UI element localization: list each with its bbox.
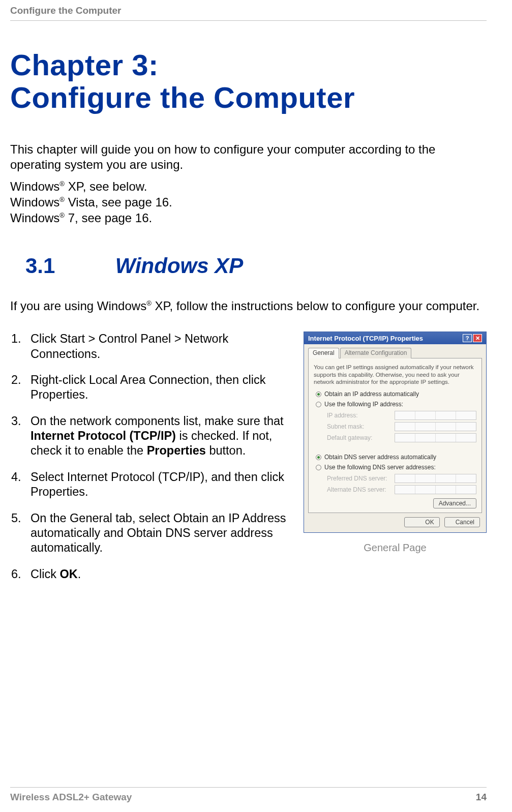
footer-page-number: 14 bbox=[476, 792, 487, 803]
os-line-7: Windows® 7, see page 16. bbox=[10, 210, 487, 226]
dialog-description: You can get IP settings assigned automat… bbox=[314, 364, 476, 385]
alt-dns-input[interactable] bbox=[395, 485, 476, 494]
os-line-vista: Windows® Vista, see page 16. bbox=[10, 194, 487, 210]
reg-mark: ® bbox=[59, 212, 65, 219]
section-heading: 3.1 Windows XP bbox=[25, 254, 487, 278]
tab-general-body: You can get IP settings assigned automat… bbox=[308, 358, 482, 513]
figure-caption: General Page bbox=[304, 542, 487, 554]
dialog-title-text: Internet Protocol (TCP/IP) Properties bbox=[308, 335, 423, 342]
close-icon[interactable]: ✕ bbox=[473, 334, 482, 342]
field-pref-dns: Preferred DNS server: bbox=[327, 474, 476, 483]
figure: Internet Protocol (TCP/IP) Properties ? … bbox=[304, 332, 487, 554]
radio-use-dns[interactable]: Use the following DNS server addresses: bbox=[316, 464, 476, 471]
advanced-button[interactable]: Advanced... bbox=[433, 498, 476, 508]
dialog-titlebar: Internet Protocol (TCP/IP) Properties ? … bbox=[304, 332, 486, 344]
pref-dns-input[interactable] bbox=[395, 474, 476, 483]
tcpip-dialog: Internet Protocol (TCP/IP) Properties ? … bbox=[304, 332, 487, 533]
subnet-input[interactable] bbox=[395, 422, 476, 431]
chapter-intro: This chapter will guide you on how to co… bbox=[10, 142, 487, 172]
field-subnet: Subnet mask: bbox=[327, 422, 476, 431]
os-line-xp: Windows® XP, see below. bbox=[10, 178, 487, 194]
step-2: Right-click Local Area Connection, then … bbox=[10, 373, 291, 403]
tab-alternate[interactable]: Alternate Configuration bbox=[340, 348, 412, 358]
step-5: On the General tab, select Obtain an IP … bbox=[10, 511, 291, 556]
gateway-input[interactable] bbox=[395, 433, 476, 442]
radio-icon bbox=[316, 455, 321, 460]
chapter-title-line1: Chapter 3: bbox=[10, 48, 159, 81]
field-gateway: Default gateway: bbox=[327, 433, 476, 442]
running-header: Configure the Computer bbox=[10, 5, 487, 21]
step-6: Click OK. bbox=[10, 567, 291, 582]
field-alt-dns: Alternate DNS server: bbox=[327, 485, 476, 494]
radio-icon bbox=[316, 465, 321, 470]
page-footer: Wireless ADSL2+ Gateway 14 bbox=[10, 787, 487, 803]
chapter-title-line2: Configure the Computer bbox=[10, 81, 355, 114]
step-1: Click Start > Control Panel > Network Co… bbox=[10, 332, 291, 362]
section-intro: If you are using Windows® XP, follow the… bbox=[10, 298, 487, 314]
radio-obtain-ip-auto[interactable]: Obtain an IP address automatically bbox=[316, 390, 476, 398]
help-icon[interactable]: ? bbox=[463, 334, 472, 342]
section-title: Windows XP bbox=[115, 254, 244, 278]
tab-general[interactable]: General bbox=[308, 348, 339, 358]
footer-product: Wireless ADSL2+ Gateway bbox=[10, 792, 132, 803]
field-ip-address: IP address: bbox=[327, 411, 476, 420]
section-number: 3.1 bbox=[25, 254, 112, 278]
radio-obtain-dns-auto[interactable]: Obtain DNS server address automatically bbox=[316, 454, 476, 461]
reg-mark: ® bbox=[59, 180, 65, 188]
ok-button[interactable]: OK bbox=[404, 517, 440, 527]
dialog-tabs: General Alternate Configuration bbox=[304, 344, 486, 358]
radio-icon bbox=[316, 402, 321, 407]
radio-use-ip[interactable]: Use the following IP address: bbox=[316, 401, 476, 408]
chapter-title: Chapter 3: Configure the Computer bbox=[10, 49, 487, 114]
step-3: On the network components list, make sur… bbox=[10, 414, 291, 459]
step-4: Select Internet Protocol (TCP/IP), and t… bbox=[10, 470, 291, 500]
radio-icon bbox=[316, 392, 321, 397]
reg-mark: ® bbox=[146, 299, 152, 307]
os-reference-list: Windows® XP, see below. Windows® Vista, … bbox=[10, 178, 487, 226]
ip-input[interactable] bbox=[395, 411, 476, 420]
cancel-button[interactable]: Cancel bbox=[444, 517, 480, 527]
reg-mark: ® bbox=[59, 196, 65, 203]
step-list: Click Start > Control Panel > Network Co… bbox=[10, 332, 291, 593]
